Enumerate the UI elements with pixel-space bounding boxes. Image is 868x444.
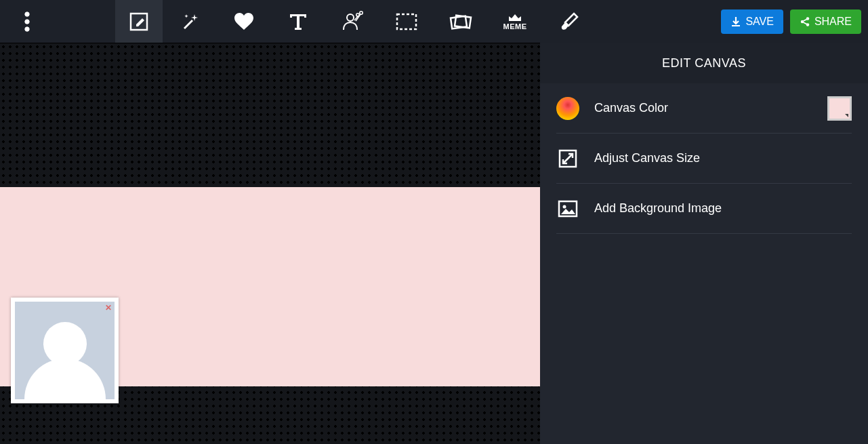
more-vertical-icon — [24, 12, 30, 32]
crown-icon — [508, 13, 522, 22]
adjust-canvas-size-row[interactable]: Adjust Canvas Size — [556, 134, 852, 184]
avatar-placeholder: ✕ — [15, 302, 115, 399]
toolbar-tools-group: MEME — [115, 0, 596, 43]
image-icon — [556, 197, 579, 220]
meme-tool-button[interactable]: MEME — [488, 0, 542, 43]
svg-rect-9 — [397, 14, 416, 29]
share-label: SHARE — [814, 16, 852, 28]
edit-tool-button[interactable] — [115, 0, 163, 43]
save-button[interactable]: SAVE — [721, 9, 783, 34]
edit-icon — [129, 12, 149, 32]
cutout-tool-button[interactable] — [325, 0, 379, 43]
canvas-color-swatch[interactable] — [827, 96, 852, 121]
text-icon — [289, 12, 308, 32]
svg-point-0 — [25, 12, 29, 16]
effects-tool-button[interactable] — [163, 0, 217, 43]
text-tool-button[interactable] — [271, 0, 325, 43]
heart-icon — [233, 12, 255, 32]
brush-icon — [559, 12, 579, 32]
sidebar-panel-list: Canvas Color Adjust Canvas Size Add Back… — [540, 83, 868, 234]
svg-line-17 — [803, 22, 806, 24]
svg-line-16 — [803, 19, 806, 21]
frame-tool-button[interactable] — [379, 0, 434, 43]
frame-icon — [395, 12, 418, 32]
magic-wand-icon — [180, 12, 200, 32]
avatar-remove-button[interactable]: ✕ — [104, 304, 112, 312]
svg-point-4 — [347, 14, 354, 21]
download-icon — [730, 16, 741, 27]
svg-line-19 — [563, 154, 573, 163]
top-toolbar: MEME SAVE SHARE — [0, 0, 868, 43]
save-label: SAVE — [745, 16, 774, 28]
avatar-body-shape — [24, 359, 106, 399]
favorite-tool-button[interactable] — [217, 0, 271, 43]
svg-point-21 — [563, 205, 566, 208]
color-gradient-icon — [556, 97, 579, 120]
canvas-color-row[interactable]: Canvas Color — [556, 83, 852, 134]
toolbar-left-group — [0, 0, 54, 43]
add-bg-label: Add Background Image — [594, 201, 722, 216]
share-button[interactable]: SHARE — [790, 9, 861, 34]
canvas-color-label: Canvas Color — [594, 101, 668, 115]
add-background-row[interactable]: Add Background Image — [556, 184, 852, 234]
svg-point-1 — [25, 19, 29, 23]
sidebar-title: EDIT CANVAS — [540, 43, 868, 83]
resize-icon — [556, 147, 579, 170]
right-sidebar: EDIT CANVAS Canvas Color Adjust Canvas S… — [540, 43, 868, 444]
profile-avatar-frame[interactable]: ✕ — [11, 298, 119, 403]
svg-rect-12 — [732, 25, 740, 26]
canvas-workspace[interactable]: ✕ — [0, 43, 540, 444]
adjust-size-label: Adjust Canvas Size — [594, 151, 700, 165]
share-icon — [800, 16, 810, 27]
collage-icon — [449, 12, 473, 32]
svg-point-6 — [360, 11, 363, 14]
collage-tool-button[interactable] — [434, 0, 488, 43]
brush-tool-button[interactable] — [542, 0, 596, 43]
svg-point-2 — [25, 26, 29, 31]
person-cut-icon — [341, 11, 364, 33]
meme-label: MEME — [503, 22, 527, 31]
menu-button[interactable] — [0, 0, 54, 43]
main-area: ✕ EDIT CANVAS Canvas Color Adjust Canvas… — [0, 43, 868, 444]
